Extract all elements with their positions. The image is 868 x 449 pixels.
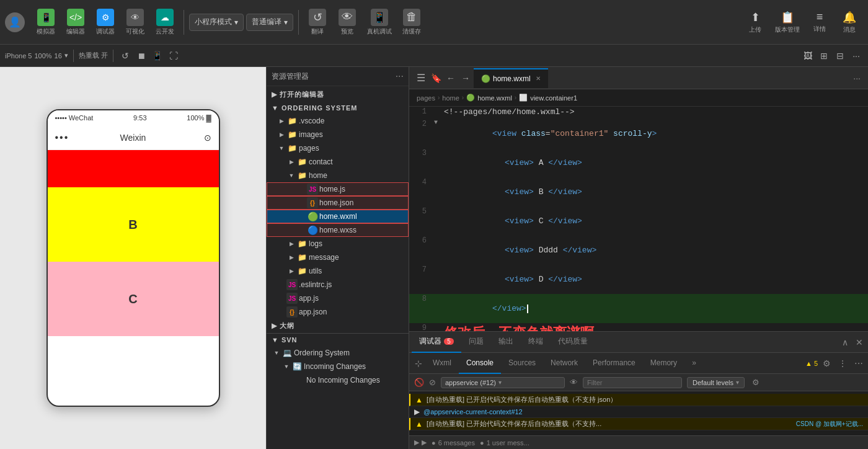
devtools-overflow-icon[interactable]: ⋯ [852,357,866,370]
stop-icon[interactable]: ⏹ [135,49,148,63]
devtab-console[interactable]: Console [459,353,501,374]
svn-section-header[interactable]: ▼ SVN [267,334,409,346]
compile-dropdown[interactable]: 普通编译 ▾ [246,14,293,31]
tab-codequality[interactable]: 代码质量 [551,332,595,353]
devtab-memory[interactable]: Memory [643,353,684,374]
project-root-section[interactable]: ▼ ORDERING SYSTEM [267,102,409,114]
outline-section[interactable]: ▶ 大纲 [267,319,409,333]
line-content-7[interactable]: <view> D </view> [444,265,868,294]
line-content-9[interactable]: 修改后、不变色就离谱啊 [444,323,868,331]
breadcrumb-pages[interactable]: pages [417,94,435,102]
close-debugger-btn[interactable]: ✕ [853,336,866,349]
devtools-options-icon[interactable]: ⋮ [836,357,849,370]
clear-cache-btn[interactable]: 🗑 清缓存 [398,4,425,41]
back-icon[interactable]: ← [444,71,458,85]
tree-item-logs[interactable]: ▶ 📁 logs [267,237,409,251]
devtools-cursor-icon[interactable]: ⊹ [412,357,425,370]
tree-item-vscode[interactable]: ▶ 📁 .vscode [267,114,409,128]
tree-item-eslint[interactable]: JS .eslintrc.js [267,278,409,291]
sidebar-toggle-icon[interactable]: ☰ [414,71,428,85]
tree-item-images[interactable]: ▶ 📁 images [267,128,409,141]
file-panel-options[interactable]: ··· [396,71,404,82]
screen-record-icon[interactable]: ⊞ [817,49,831,63]
overflow-icon[interactable]: ··· [849,49,863,63]
tree-item-utils[interactable]: ▶ 📁 utils [267,264,409,278]
log-levels-dropdown[interactable]: Default levels ▾ [687,377,745,388]
tree-item-homewxss[interactable]: 🔵 home.wxss [267,223,409,237]
line-content-2[interactable]: <view class="container1" scroll-y> [444,119,868,148]
messages-expand-icon[interactable]: ▶ ▶ [414,438,427,447]
console-settings-icon[interactable]: ⚙ [752,378,760,387]
version-mgmt-btn[interactable]: 📋 版本管理 [771,4,804,41]
tab-debugger[interactable]: 调试器 5 [412,332,461,353]
device-debug-btn[interactable]: 📱 真机调试 [363,4,396,41]
console-filter-input[interactable] [583,377,682,388]
details-btn[interactable]: ≡ 详情 [806,4,833,41]
open-editors-section[interactable]: ▶ 打开的编辑器 [267,87,409,102]
console-filter-icon[interactable]: ⊘ [429,378,436,387]
tree-item-message[interactable]: ▶ 📁 message [267,251,409,264]
breadcrumb-container[interactable]: view.container1 [530,94,577,102]
line-content-6[interactable]: <view> Dddd </view> [444,236,868,265]
forward-icon[interactable]: → [459,71,472,85]
tree-item-pages[interactable]: ▼ 📁 pages [267,141,409,155]
upload-btn[interactable]: ⬆ 上传 [742,4,769,41]
tab-issues[interactable]: 问题 [461,332,491,353]
notification-btn[interactable]: 🔔 消息 [836,4,863,41]
eye-icon[interactable]: 👁 [570,378,578,387]
line-content-8[interactable]: </view> [444,294,868,323]
refresh-icon[interactable]: ↺ [118,49,132,63]
msg-count-1[interactable]: ● 6 messages [432,439,475,447]
fullscreen-icon[interactable]: ⛶ [167,49,180,63]
tree-item-appjs[interactable]: JS app.js [267,291,409,305]
csdn-link[interactable]: CSDN @ 加载网+记载... [796,420,863,429]
tab-terminal[interactable]: 终端 [521,332,551,353]
expand-icon-2[interactable]: ▶ [414,407,420,416]
bookmark-icon[interactable]: 🔖 [429,71,443,85]
breadcrumb-home[interactable]: home [442,94,459,102]
tab-homewxml[interactable]: 🟢 home.wxml ✕ [474,68,548,88]
devtab-more[interactable]: » [684,353,704,374]
devtab-network[interactable]: Network [543,353,585,374]
mode-dropdown[interactable]: 小程序模式 ▾ [189,14,244,31]
svn-ordering-system[interactable]: ▼ 💻 Ordering System [267,346,409,360]
line-content-3[interactable]: <view> A </view> [444,148,868,177]
translate-btn[interactable]: ↺ 翻译 [304,4,331,41]
collapse-debugger-btn[interactable]: ∧ [839,336,851,349]
editor-btn[interactable]: </> 编辑器 [62,4,89,41]
preview-btn[interactable]: 👁 预览 [334,4,361,41]
devtab-sources[interactable]: Sources [501,353,543,374]
tree-item-home[interactable]: ▼ 📁 home [267,169,409,182]
context-link[interactable]: @appservice-current-context#12 [423,408,523,416]
line-content-1[interactable]: <!--pages/home/home.wxml--> [444,107,868,117]
tree-item-homewxml[interactable]: 🟢 home.wxml [267,210,409,223]
avatar[interactable]: 👤 [5,12,25,32]
phone-menu-dots[interactable]: ••• [55,132,69,143]
tab-close-btn[interactable]: ✕ [536,75,541,82]
msg-count-2[interactable]: ● 1 user mess... [480,439,529,447]
visualize-btn[interactable]: 👁 可视化 [122,4,149,41]
settings-icon[interactable]: ⚙ [820,357,833,370]
tree-item-homejs[interactable]: JS home.js [267,182,409,196]
line-content-5[interactable]: <view> C </view> [444,207,868,236]
devtab-wxml[interactable]: Wxml [425,353,459,374]
line-content-4[interactable]: <view> B </view> [444,177,868,207]
tree-item-appjson[interactable]: {} app.json [267,305,409,319]
devtab-performance[interactable]: Performance [585,353,643,374]
svn-incoming-changes[interactable]: ▼ 🔄 Incoming Changes [267,360,409,373]
tree-item-homejson[interactable]: {} home.json [267,196,409,210]
debugger-btn[interactable]: ⚙ 调试器 [92,4,119,41]
context-dropdown[interactable]: appservice (#12) ▾ [441,377,565,388]
tree-item-contact[interactable]: ▶ 📁 contact [267,155,409,169]
tab-output[interactable]: 输出 [491,332,521,353]
cloud-btn[interactable]: ☁ 云开发 [151,4,179,41]
hot-reload-btn[interactable]: 热重载 开 [79,51,108,60]
screen-capture-icon[interactable]: 🖼 [801,49,815,63]
layout-icon[interactable]: ⊟ [833,49,847,63]
console-clear-icon[interactable]: 🚫 [414,378,424,387]
overflow-icon[interactable]: ··· [851,72,863,84]
device-selector[interactable]: iPhone 5 100% 16 ▾ [5,51,68,60]
breadcrumb-homewxml[interactable]: home.wxml [477,94,512,102]
simulator-btn[interactable]: 📱 模拟器 [32,4,60,41]
rotate-icon[interactable]: 📱 [151,49,164,63]
